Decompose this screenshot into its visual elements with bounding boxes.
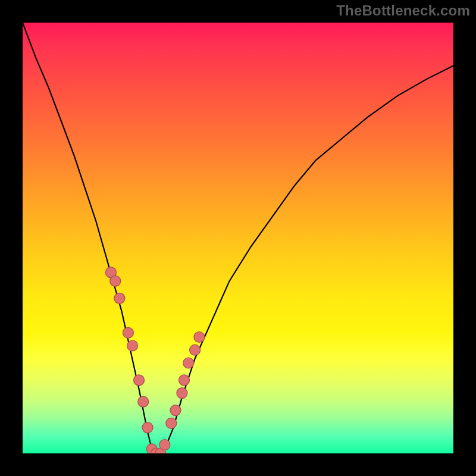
chart-frame: TheBottleneck.com [0, 0, 476, 476]
data-point [166, 418, 177, 428]
data-point [183, 358, 194, 368]
data-point [170, 405, 181, 416]
watermark-text: TheBottleneck.com [336, 2, 470, 19]
data-point [190, 345, 201, 355]
data-point [127, 340, 138, 351]
data-points-group [105, 267, 204, 453]
data-point [110, 275, 121, 286]
data-point [194, 332, 205, 343]
data-point [159, 440, 170, 450]
data-point [138, 396, 149, 407]
data-point [123, 327, 133, 338]
data-point [177, 388, 187, 399]
plot-area [23, 23, 453, 453]
data-point [142, 422, 153, 433]
chart-svg [23, 23, 453, 453]
bottleneck-curve [23, 23, 453, 453]
data-point [179, 375, 190, 386]
data-point [114, 293, 125, 303]
data-point [134, 375, 145, 386]
